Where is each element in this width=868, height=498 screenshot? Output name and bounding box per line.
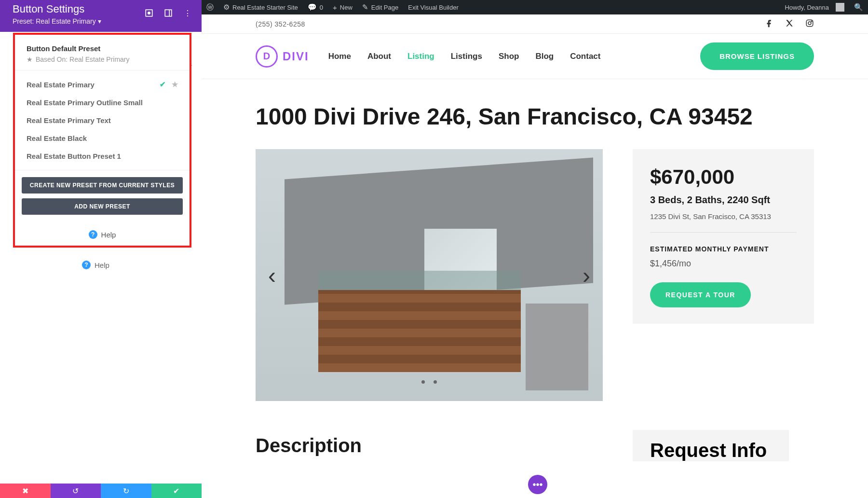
- help-icon: ?: [89, 230, 97, 239]
- wp-site-link[interactable]: ⚙Real Estate Starter Site: [218, 0, 303, 14]
- save-button[interactable]: ✔: [151, 484, 202, 498]
- wp-edit-page[interactable]: ✎Edit Page: [357, 0, 403, 14]
- request-info-heading: Request Info: [633, 430, 789, 461]
- preset-dropdown-trigger[interactable]: Preset: Real Estate Primary ▾: [13, 17, 189, 25]
- logo-text: DIVI: [283, 50, 309, 63]
- estimated-label: ESTIMATED MONTHLY PAYMENT: [650, 245, 797, 253]
- phone-number: (255) 352-6258: [256, 20, 305, 28]
- preset-item-black[interactable]: Real Estate Black: [15, 129, 190, 147]
- gallery-dot[interactable]: [434, 380, 437, 384]
- help-link-behind[interactable]: ? Help: [82, 261, 109, 269]
- x-twitter-icon[interactable]: [785, 19, 794, 29]
- preset-item-preset-1[interactable]: Real Estate Button Preset 1: [15, 147, 190, 165]
- chevron-down-icon: ▾: [98, 17, 101, 25]
- redo-button[interactable]: ↻: [101, 484, 151, 498]
- nav-contact[interactable]: Contact: [570, 52, 600, 61]
- nav-about[interactable]: About: [367, 52, 391, 61]
- check-icon: ✔: [160, 80, 166, 89]
- nav-blog[interactable]: Blog: [535, 52, 554, 61]
- preset-item-primary[interactable]: Real Estate Primary ✔ ★: [15, 75, 190, 94]
- listing-meta: 3 Beds, 2 Baths, 2240 Sqft: [650, 194, 797, 206]
- image-gallery: ‹ ›: [256, 149, 603, 401]
- wp-search[interactable]: 🔍: [849, 0, 868, 14]
- request-tour-button[interactable]: REQUEST A TOUR: [650, 282, 751, 307]
- wp-comments[interactable]: 💬0: [303, 0, 328, 14]
- svg-point-4: [148, 12, 150, 14]
- logo-mark: D: [256, 45, 278, 68]
- add-preset-button[interactable]: ADD NEW PRESET: [22, 198, 183, 215]
- star-icon: ★: [27, 55, 33, 63]
- dock-icon[interactable]: [164, 9, 173, 17]
- help-icon: ?: [82, 261, 91, 269]
- gallery-next-arrow[interactable]: ›: [577, 265, 596, 285]
- preset-dropdown: Button Default Preset ★ Based On: Real E…: [13, 33, 191, 248]
- avatar: [836, 3, 844, 12]
- instagram-icon[interactable]: [805, 19, 814, 29]
- focus-icon[interactable]: [145, 9, 153, 17]
- browse-listings-button[interactable]: BROWSE LISTINGS: [700, 42, 814, 70]
- module-options-fab[interactable]: •••: [528, 475, 547, 494]
- more-icon[interactable]: ⋮: [183, 9, 192, 17]
- preset-item-outline-small[interactable]: Real Estate Primary Outline Small: [15, 94, 190, 111]
- site-logo[interactable]: D DIVI: [256, 45, 309, 68]
- based-on-label: Based On: Real Estate Primary: [36, 55, 130, 63]
- wp-site-name: Real Estate Starter Site: [232, 4, 298, 11]
- facebook-icon[interactable]: [765, 19, 773, 29]
- listing-price: $670,000: [650, 166, 797, 189]
- undo-button[interactable]: ↺: [51, 484, 101, 498]
- gallery-prev-arrow[interactable]: ‹: [262, 265, 282, 285]
- cancel-button[interactable]: ✖: [0, 484, 51, 498]
- create-preset-button[interactable]: CREATE NEW PRESET FROM CURRENT STYLES: [22, 177, 183, 194]
- estimated-value: $1,456/mo: [650, 259, 797, 269]
- wp-logo[interactable]: ⓦ: [202, 0, 218, 14]
- gallery-dot[interactable]: [421, 380, 425, 384]
- svg-rect-5: [165, 10, 172, 16]
- nav-listings[interactable]: Listings: [451, 52, 482, 61]
- wp-new[interactable]: +New: [328, 0, 357, 14]
- description-heading: Description: [256, 435, 603, 456]
- listing-address: 1235 Divi St, San Fracisco, CA 35313: [650, 212, 797, 233]
- wp-exit-builder[interactable]: Exit Visual Builder: [403, 0, 463, 14]
- nav-shop[interactable]: Shop: [499, 52, 519, 61]
- svg-point-2: [811, 21, 812, 22]
- panel-footer: ✖ ↺ ↻ ✔: [0, 484, 202, 498]
- nav-listing[interactable]: Listing: [407, 52, 434, 61]
- page-title: 1000 Divi Drive 246, San Francisco, CA 9…: [256, 103, 814, 130]
- preset-item-primary-text[interactable]: Real Estate Primary Text: [15, 111, 190, 129]
- wp-howdy[interactable]: Howdy, Deanna: [780, 0, 849, 14]
- star-icon[interactable]: ★: [172, 80, 178, 89]
- help-link[interactable]: ? Help: [15, 223, 190, 246]
- nav-home[interactable]: Home: [328, 52, 351, 61]
- default-preset-title[interactable]: Button Default Preset: [27, 44, 178, 53]
- svg-point-1: [808, 22, 811, 25]
